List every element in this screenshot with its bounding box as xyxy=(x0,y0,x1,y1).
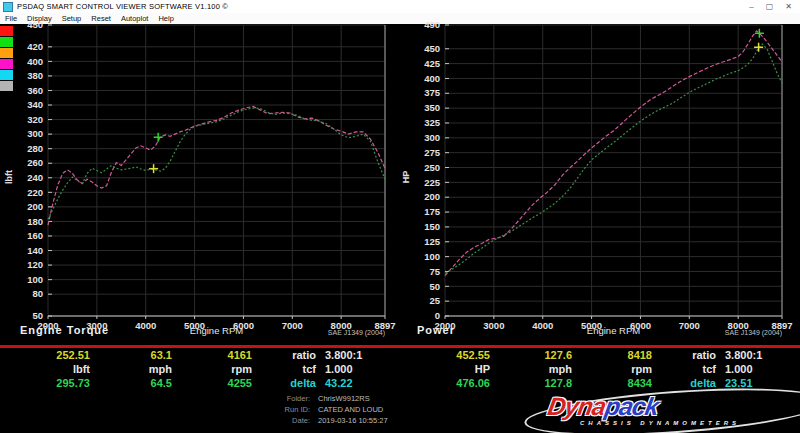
maximize-icon[interactable]: ▢ xyxy=(766,3,774,11)
svg-text:220: 220 xyxy=(27,187,43,198)
svg-text:100: 100 xyxy=(424,251,440,262)
trace-color-swatch-4[interactable] xyxy=(0,70,13,80)
logo-text-dyna: Dyna xyxy=(546,392,608,420)
power-unit: HP xyxy=(400,363,490,375)
trace-color-swatch-3[interactable] xyxy=(0,59,13,69)
torque-sae-note: SAE J1349 (2004) xyxy=(48,329,385,336)
svg-text:360: 360 xyxy=(27,85,43,96)
date-value: 2019-03-16 10:55:27 xyxy=(318,416,388,425)
delta-label: delta xyxy=(652,377,716,389)
table-row: 295.73 64.5 4255 delta 43.22 xyxy=(0,376,400,390)
svg-text:340: 340 xyxy=(27,99,43,110)
torque-y-axis-label: lbft xyxy=(4,162,14,192)
svg-text:325: 325 xyxy=(424,117,441,128)
torque-readout-table: 252.51 63.1 4161 ratio 3.800:1 lbft mph … xyxy=(0,348,400,390)
logo-text-pack: pack xyxy=(603,392,661,420)
svg-text:175: 175 xyxy=(424,206,441,217)
trace-color-swatch-5[interactable] xyxy=(0,81,13,91)
svg-text:425: 425 xyxy=(424,58,441,69)
torque-value-green: 295.73 xyxy=(0,377,90,389)
menu-setup[interactable]: Setup xyxy=(57,14,87,23)
tcf-label: tcf xyxy=(252,363,316,375)
folder-value: ChrisW9912RS xyxy=(318,394,370,403)
menu-bar: File Display Setup Reset Autoplot Help xyxy=(0,13,800,24)
svg-text:150: 150 xyxy=(424,221,440,232)
trace-color-swatch-1[interactable] xyxy=(0,37,13,47)
svg-text:275: 275 xyxy=(424,147,441,158)
rpm-unit: rpm xyxy=(172,363,252,375)
svg-text:280: 280 xyxy=(27,143,43,154)
folder-label: Folder: xyxy=(0,394,310,403)
speed-value-green: 127.8 xyxy=(490,377,572,389)
tcf-value: 1.000 xyxy=(325,363,353,375)
logo-tagline: CHASSIS DYNAMOMETERS xyxy=(580,420,740,426)
svg-text:120: 120 xyxy=(27,259,43,270)
svg-text:350: 350 xyxy=(424,102,440,113)
rpm-value-green: 4255 xyxy=(172,377,252,389)
svg-text:180: 180 xyxy=(27,216,43,227)
table-row: lbft mph rpm tcf 1.000 xyxy=(0,362,400,376)
power-chart-plot[interactable]: 4904504254003753503253002752502252001751… xyxy=(397,24,797,345)
power-chart-panel: 4904504254003753503253002752502252001751… xyxy=(397,24,797,345)
svg-text:100: 100 xyxy=(27,274,43,285)
svg-text:50: 50 xyxy=(429,281,440,292)
power-y-axis-label: HP xyxy=(401,162,411,192)
table-row: 452.55 127.6 8418 ratio 3.800:1 xyxy=(400,348,800,362)
delta-value: 23.51 xyxy=(725,377,753,389)
svg-text:300: 300 xyxy=(424,132,440,143)
date-label: Date: xyxy=(0,416,310,425)
svg-text:25: 25 xyxy=(429,295,440,306)
torque-value-yellow: 252.51 xyxy=(0,349,90,361)
rpm-unit: rpm xyxy=(572,363,652,375)
svg-text:400: 400 xyxy=(424,73,440,84)
menu-autoplot[interactable]: Autoplot xyxy=(116,14,154,23)
svg-text:375: 375 xyxy=(424,87,441,98)
svg-text:420: 420 xyxy=(27,41,43,52)
trace-color-swatch-0[interactable] xyxy=(0,26,13,36)
delta-value: 43.22 xyxy=(325,377,353,389)
rpm-value-yellow: 8418 xyxy=(572,349,652,361)
tcf-label: tcf xyxy=(652,363,716,375)
rpm-value-yellow: 4161 xyxy=(172,349,252,361)
dynapack-logo: Dynapack CHASSIS DYNAMOMETERS xyxy=(522,390,800,433)
power-value-green: 476.06 xyxy=(400,377,490,389)
app-icon xyxy=(3,2,13,12)
rpm-value-green: 8434 xyxy=(572,377,652,389)
speed-value-yellow: 127.6 xyxy=(490,349,572,361)
ratio-value: 3.800:1 xyxy=(325,349,362,361)
svg-text:225: 225 xyxy=(424,177,441,188)
chart-area: 4504204003803603403203002802602402202001… xyxy=(0,24,800,345)
speed-unit: mph xyxy=(490,363,572,375)
title-bar: PSDAQ SMART CONTROL VIEWER SOFTWARE V1.1… xyxy=(0,0,800,13)
svg-text:160: 160 xyxy=(27,230,43,241)
close-icon[interactable]: ✕ xyxy=(785,3,792,11)
run-id-value: CATED AND LOUD xyxy=(318,405,383,414)
svg-text:300: 300 xyxy=(27,128,43,139)
ratio-label: ratio xyxy=(252,349,316,361)
torque-chart-plot[interactable]: 4504204003803603403203002802602402202001… xyxy=(0,24,400,345)
svg-text:380: 380 xyxy=(27,70,43,81)
power-readout-table: 452.55 127.6 8418 ratio 3.800:1 HP mph r… xyxy=(400,348,800,390)
ratio-label: ratio xyxy=(652,349,716,361)
power-sae-note: SAE J1349 (2004) xyxy=(445,329,782,336)
window-controls: – ▢ ✕ xyxy=(749,3,800,11)
delta-label: delta xyxy=(252,377,316,389)
tcf-value: 1.000 xyxy=(725,363,753,375)
svg-text:450: 450 xyxy=(424,43,440,54)
table-row: 252.51 63.1 4161 ratio 3.800:1 xyxy=(0,348,400,362)
window-title: PSDAQ SMART CONTROL VIEWER SOFTWARE V1.1… xyxy=(17,2,228,11)
menu-reset[interactable]: Reset xyxy=(86,14,116,23)
speed-value-yellow: 63.1 xyxy=(90,349,172,361)
svg-text:200: 200 xyxy=(424,191,440,202)
svg-text:125: 125 xyxy=(424,236,441,247)
trace-color-swatch-2[interactable] xyxy=(0,48,13,58)
menu-file[interactable]: File xyxy=(0,14,22,23)
run-id-label: Run ID: xyxy=(0,405,310,414)
footer-area: Folder: ChrisW9912RS Run ID: CATED AND L… xyxy=(0,390,800,433)
minimize-icon[interactable]: – xyxy=(749,3,753,11)
menu-help[interactable]: Help xyxy=(153,14,178,23)
svg-text:140: 140 xyxy=(27,245,43,256)
svg-text:75: 75 xyxy=(429,266,440,277)
table-row: HP mph rpm tcf 1.000 xyxy=(400,362,800,376)
power-value-yellow: 452.55 xyxy=(400,349,490,361)
